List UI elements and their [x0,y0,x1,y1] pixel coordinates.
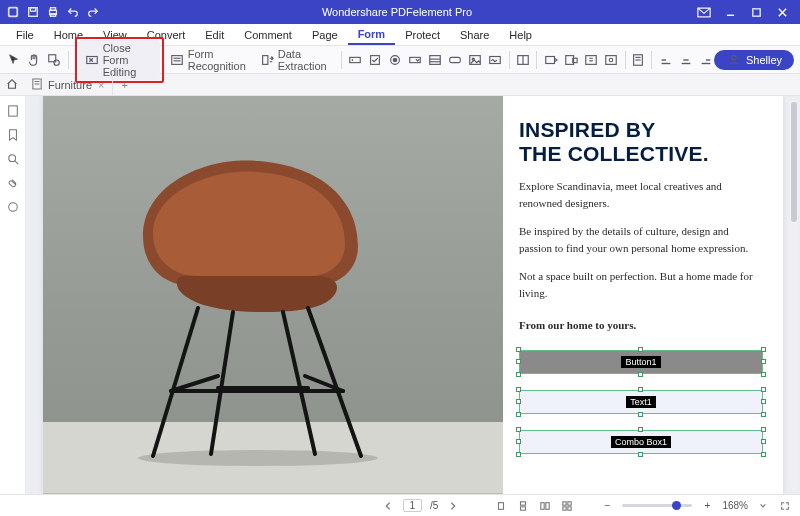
image-field-icon[interactable] [467,52,483,68]
menu-page[interactable]: Page [302,24,348,45]
align-right-icon[interactable] [698,52,714,68]
save-icon[interactable] [26,5,40,19]
form-tool-3-icon[interactable] [583,52,599,68]
signature-field-icon[interactable] [487,52,503,68]
combobox-icon[interactable] [407,52,423,68]
redo-icon[interactable] [86,5,100,19]
more-fields-icon[interactable] [516,52,530,68]
select-arrow-icon[interactable] [6,52,22,68]
paragraph-1: Explore Scandinavia, meet local creative… [519,178,763,211]
comments-icon[interactable] [6,200,20,214]
document-text-area: INSPIRED BY THE COLLECTIVE. Explore Scan… [503,96,783,494]
form-field-text[interactable]: Text1 [519,390,763,414]
svg-rect-14 [86,56,97,63]
radio-icon[interactable] [387,52,403,68]
form-recognition-button[interactable]: Form Recognition [164,46,254,74]
data-extraction-label: Data Extraction [278,48,329,72]
undo-icon[interactable] [66,5,80,19]
zoom-out-icon[interactable]: − [600,499,614,513]
form-tool-2-icon[interactable] [563,52,579,68]
svg-rect-39 [585,55,596,64]
maximize-icon[interactable] [746,4,766,20]
view-continuous-icon[interactable] [516,499,530,513]
vertical-scrollbar[interactable] [790,100,798,490]
svg-point-58 [8,203,17,212]
svg-point-56 [8,155,15,162]
bookmarks-icon[interactable] [6,128,20,142]
svg-rect-3 [30,8,35,11]
edit-object-icon[interactable] [46,52,62,68]
document-tab-icon [32,78,42,92]
status-bar: 1 /5 − + 168% [0,494,800,516]
zoom-dropdown-icon[interactable] [756,499,770,513]
form-recognition-icon [170,52,184,68]
svg-rect-75 [563,506,566,509]
align-center-icon[interactable] [678,52,694,68]
page-prev-icon[interactable] [381,499,395,513]
page-next-icon[interactable] [446,499,460,513]
svg-rect-1 [10,9,17,16]
form-field-combo-label: Combo Box1 [611,436,671,448]
svg-rect-21 [350,57,361,62]
menu-share[interactable]: Share [450,24,499,45]
fullscreen-icon[interactable] [778,499,792,513]
svg-rect-5 [50,8,55,11]
svg-line-57 [14,161,17,164]
listbox-icon[interactable] [427,52,443,68]
document-tab[interactable]: Furniture × [24,74,113,95]
zoom-in-icon[interactable]: + [700,499,714,513]
document-image-area [43,96,503,494]
attachments-icon[interactable] [6,176,20,190]
heading-line-2: THE COLLECTIVE. [519,142,763,166]
svg-point-51 [732,55,737,60]
svg-rect-71 [541,502,544,509]
user-account-button[interactable]: Shelley [714,50,794,70]
properties-icon[interactable] [631,52,645,68]
svg-rect-72 [546,502,549,509]
page-number[interactable]: 1 [403,499,423,512]
svg-point-67 [138,450,378,466]
align-left-icon[interactable] [658,52,674,68]
menu-protect[interactable]: Protect [395,24,450,45]
document-canvas[interactable]: INSPIRED BY THE COLLECTIVE. Explore Scan… [26,96,800,494]
view-facing-cont-icon[interactable] [560,499,574,513]
left-rail [0,96,26,494]
search-icon[interactable] [6,152,20,166]
mail-icon[interactable] [694,4,714,20]
tab-home-icon[interactable] [0,78,24,92]
menu-help[interactable]: Help [499,24,542,45]
paragraph-2: Be inspired by the details of culture, d… [519,223,763,256]
svg-line-59 [153,308,198,456]
menu-comment[interactable]: Comment [234,24,302,45]
app-title: Wondershare PDFelement Pro [100,6,694,18]
svg-rect-23 [371,55,380,64]
svg-rect-69 [521,501,526,504]
svg-rect-40 [605,55,616,64]
print-icon[interactable] [46,5,60,19]
thumbnails-icon[interactable] [6,104,20,118]
work-area: INSPIRED BY THE COLLECTIVE. Explore Scan… [0,96,800,494]
menu-edit[interactable]: Edit [195,24,234,45]
menu-file[interactable]: File [6,24,44,45]
form-tool-1-icon[interactable] [543,52,559,68]
text-field-icon[interactable] [347,52,363,68]
document-tab-close-icon[interactable]: × [98,79,104,91]
svg-rect-30 [450,57,461,62]
hand-icon[interactable] [26,52,42,68]
form-field-text-label: Text1 [626,396,656,408]
form-tool-4-icon[interactable] [603,52,619,68]
menu-form[interactable]: Form [348,24,396,45]
checkbox-icon[interactable] [367,52,383,68]
form-field-combo[interactable]: Combo Box1 [519,430,763,454]
button-field-icon[interactable] [447,52,463,68]
close-icon[interactable] [772,4,792,20]
svg-rect-9 [752,8,759,15]
data-extraction-button[interactable]: Data Extraction [254,46,335,74]
zoom-slider[interactable] [622,504,692,507]
view-single-icon[interactable] [494,499,508,513]
minimize-icon[interactable] [720,4,740,20]
view-facing-icon[interactable] [538,499,552,513]
new-tab-button[interactable]: + [113,79,135,91]
svg-point-13 [54,60,59,65]
form-field-button[interactable]: Button1 [519,350,763,374]
